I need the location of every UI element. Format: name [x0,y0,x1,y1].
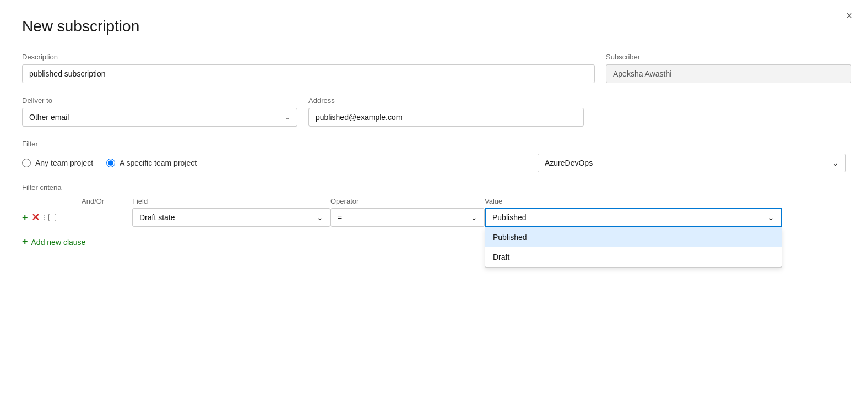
project-select[interactable]: AzureDevOps ⌄ [538,154,846,172]
rows-icon-glyph: ⁝ [43,213,45,222]
dropdown-option-draft[interactable]: Draft [485,247,782,267]
deliver-to-select[interactable]: Other email ⌄ [22,108,297,127]
operator-select-value: = [338,213,342,222]
operator-select[interactable]: = ⌄ [330,208,485,227]
project-select-wrapper: AzureDevOps ⌄ [538,154,846,172]
description-input[interactable] [22,64,595,83]
radio-specific-project[interactable]: A specific team project [106,159,197,167]
filter-criteria-label: Filter criteria [22,183,846,192]
value-select-value: Published [492,213,527,222]
add-clause-btn[interactable]: + [22,212,28,222]
value-dropdown-container: Published ⌄ Published Draft [485,208,782,227]
criteria-row-actions: + ✕ ⁝ [22,212,77,222]
dropdown-option-published[interactable]: Published [485,227,782,247]
radio-any-label: Any team project [35,159,93,167]
radio-specific-label: A specific team project [120,159,197,167]
description-label: Description [22,53,595,61]
operator-column-header: Operator [330,197,485,205]
value-select[interactable]: Published ⌄ [485,208,782,227]
field-select[interactable]: Draft state ⌄ [132,208,330,227]
deliver-to-value: Other email [29,113,69,122]
radio-any-input[interactable] [22,159,31,167]
add-clause-label: Add new clause [31,238,86,247]
field-column-header: Field [132,197,330,205]
radio-any-project[interactable]: Any team project [22,159,93,167]
address-label: Address [308,96,584,105]
filter-label: Filter [22,140,846,148]
value-column-header: Value [485,197,782,205]
project-chevron-icon: ⌄ [832,159,839,167]
value-dropdown-menu: Published Draft [485,227,782,268]
value-chevron-icon: ⌄ [768,213,774,222]
new-subscription-dialog: × New subscription Description Subscribe… [0,0,868,393]
field-select-value: Draft state [139,213,175,222]
operator-chevron-icon: ⌄ [471,213,478,222]
deliver-to-label: Deliver to [22,96,297,105]
row-checkbox[interactable] [48,214,56,221]
rows-icon: ⁝ [43,213,45,222]
address-input[interactable] [308,108,584,127]
criteria-row: + ✕ ⁝ Draft state ⌄ = ⌄ [22,208,846,227]
dialog-title: New subscription [22,18,846,35]
subscriber-label: Subscriber [606,53,851,61]
radio-specific-input[interactable] [106,159,115,167]
add-clause-plus-icon: + [22,236,28,248]
field-chevron-icon: ⌄ [317,213,323,222]
delete-clause-btn[interactable]: ✕ [31,212,40,222]
deliver-to-chevron-icon: ⌄ [285,113,290,121]
subscriber-input [606,64,851,83]
close-button[interactable]: × [846,10,853,21]
andor-column-header: And/Or [77,197,132,205]
project-select-value: AzureDevOps [545,159,593,167]
